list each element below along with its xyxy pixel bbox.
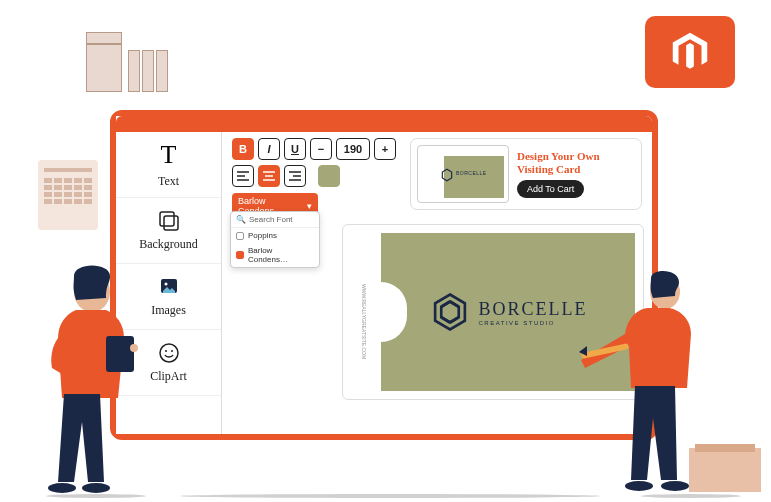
svg-rect-1 (164, 216, 178, 230)
size-increase-button[interactable]: + (374, 138, 396, 160)
font-option-poppins[interactable]: Poppins (231, 228, 319, 243)
chevron-down-icon: ▾ (307, 201, 312, 211)
color-swatch[interactable] (318, 165, 340, 187)
mini-brand-label: BORCELLE (456, 170, 487, 176)
shadow (180, 494, 600, 498)
svg-point-16 (661, 481, 689, 491)
add-to-cart-button[interactable]: Add To Cart (517, 180, 584, 198)
size-decrease-button[interactable]: − (310, 138, 332, 160)
font-size-input[interactable]: 190 (336, 138, 370, 160)
italic-button[interactable]: I (258, 138, 280, 160)
illustration-person-right (579, 266, 729, 502)
svg-point-9 (48, 483, 76, 493)
sidebar-item-label: Text (158, 174, 179, 189)
illustration-person-left (34, 262, 164, 502)
bold-button[interactable]: B (232, 138, 254, 160)
text-icon: T (161, 140, 177, 170)
canvas-tagline: CREATIVE STUDIO (479, 320, 588, 326)
font-option-label: Poppins (248, 231, 277, 240)
sidebar-item-text[interactable]: T Text (116, 132, 221, 198)
font-search-placeholder: Search Font (249, 215, 293, 224)
canvas-side-text: WWW.REALLYGREATSITE.COM (349, 255, 367, 389)
svg-point-6 (171, 350, 173, 352)
checkbox-checked-icon (236, 251, 244, 259)
sidebar-item-background[interactable]: Background (116, 198, 221, 264)
decoration-books (86, 24, 196, 92)
align-right-button[interactable] (284, 165, 306, 187)
svg-point-5 (165, 350, 167, 352)
svg-point-10 (82, 483, 110, 493)
font-dropdown[interactable]: Barlow Condens… ▾ 🔍 Search Font Poppins … (232, 193, 318, 219)
svg-rect-0 (160, 212, 174, 226)
font-option-barlow[interactable]: Barlow Condens… (231, 243, 319, 267)
background-icon (157, 209, 181, 233)
svg-point-11 (130, 344, 138, 352)
svg-rect-8 (106, 336, 134, 372)
canvas-brand-name: BORCELLE (479, 299, 588, 320)
search-icon: 🔍 (236, 215, 246, 224)
align-center-button[interactable] (258, 165, 280, 187)
svg-point-3 (164, 283, 167, 286)
decoration-calendar (38, 160, 98, 230)
magento-icon (667, 29, 713, 75)
align-left-button[interactable] (232, 165, 254, 187)
sidebar-item-label: Background (139, 237, 198, 252)
hexagon-logo-icon (440, 168, 454, 182)
product-preview-card: BORCELLE Design Your Own Visiting Card A… (410, 138, 642, 210)
platform-badge (645, 16, 735, 88)
checkbox-icon (236, 232, 244, 240)
editor-window: T Text Background Images ClipArt B I U −… (110, 110, 658, 440)
mini-card-preview: BORCELLE (417, 145, 509, 203)
underline-button[interactable]: U (284, 138, 306, 160)
font-option-label: Barlow Condens… (248, 246, 314, 264)
hexagon-logo-icon (429, 291, 471, 333)
font-dropdown-panel: 🔍 Search Font Poppins Barlow Condens… (230, 211, 320, 268)
font-search-input[interactable]: 🔍 Search Font (231, 212, 319, 228)
svg-point-15 (625, 481, 653, 491)
preview-title: Design Your Own Visiting Card (517, 150, 635, 176)
